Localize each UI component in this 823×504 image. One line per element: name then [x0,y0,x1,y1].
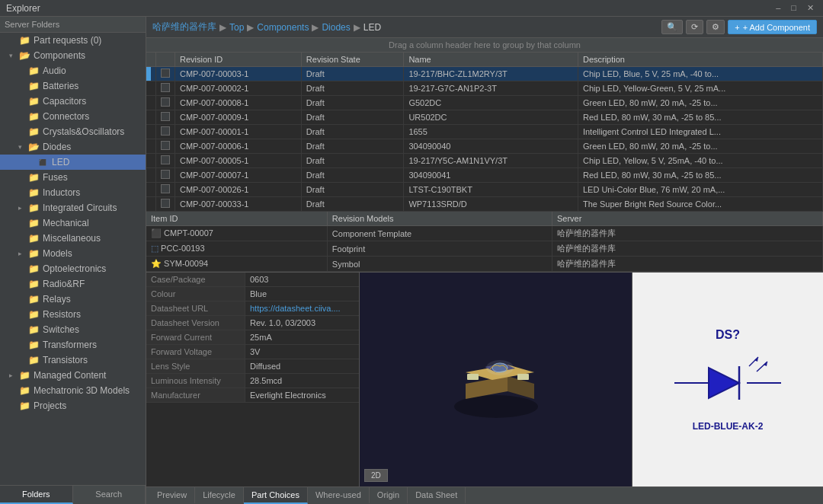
item-table-row[interactable]: ⬚ PCC-00193Footprint哈萨维的器件库 [146,241,823,257]
table-row[interactable]: CMP-007-00001-1Draft1655Intelligent Cont… [146,125,823,139]
property-value: Rev. 1.0, 03/2003 [245,316,359,330]
row-checkbox[interactable] [156,110,175,125]
sidebar-item-transistors[interactable]: 📁Transistors [0,352,146,368]
sidebar-item-batteries[interactable]: 📁Batteries [0,78,146,94]
checkbox[interactable] [161,141,170,150]
sidebar-item-transformers[interactable]: 📁Transformers [0,337,146,352]
item-table-row[interactable]: ⬛ CMPT-00007Component Template哈萨维的器件库 [146,226,823,241]
cell-state: Draft [301,139,404,154]
sidebar-item-managed-content[interactable]: ▸📁Managed Content [0,368,146,383]
row-checkbox[interactable] [156,183,175,197]
checkbox[interactable] [161,170,170,179]
breadcrumb-item-1[interactable]: Top [229,22,244,33]
table-row[interactable]: CMP-007-00006-1Draft304090040Green LED, … [146,139,823,154]
breadcrumb-item-0[interactable]: 哈萨维的器件库 [152,21,216,33]
sidebar-item-mechatronic-3d-models[interactable]: 📁Mechatronic 3D Models [0,383,146,398]
row-checkbox[interactable] [156,197,175,212]
sidebar-item-projects[interactable]: 📁Projects [0,398,146,413]
sidebar-item-capacitors[interactable]: 📁Capacitors [0,94,146,109]
add-component-button[interactable]: + + Add Component [728,20,817,34]
sidebar-tab-folders[interactable]: Folders [0,486,73,504]
sidebar-item-label: Components [34,50,85,61]
search-button[interactable]: 🔍 [661,20,683,34]
bottom-tab-part-choices[interactable]: Part Choices [244,487,308,504]
table-row[interactable]: CMP-007-00033-1DraftWP7113SRD/DThe Super… [146,197,823,212]
sidebar-item-inductors[interactable]: 📁Inductors [0,185,146,200]
checkbox[interactable] [161,184,170,193]
sidebar-item-resistors[interactable]: 📁Resistors [0,307,146,322]
breadcrumb-item-3[interactable]: Diodes [322,22,350,33]
sidebar-item-radio&rf[interactable]: 📁Radio&RF [0,276,146,292]
checkbox[interactable] [161,69,170,78]
bottom-tab-origin[interactable]: Origin [370,487,408,504]
item-table[interactable]: Item ID Revision Models Server ⬛ CMPT-00… [146,212,823,273]
checkbox[interactable] [161,126,170,136]
col-description[interactable]: Description [578,53,822,67]
col-revision-id[interactable]: Revision ID [175,53,302,67]
item-type-icon: ⭐ [151,259,164,268]
close-button[interactable]: ✕ [804,3,817,13]
item-col-models[interactable]: Revision Models [327,212,552,226]
maximize-button[interactable]: □ [788,3,799,13]
sidebar-item-components[interactable]: ▾📂Components [0,48,146,63]
checkbox[interactable] [161,199,170,208]
property-row: ManufacturerEverlight Electronics [146,388,359,403]
main-table[interactable]: Revision ID Revision State Name Descript… [146,53,823,212]
sidebar-item-audio[interactable]: 📁Audio [0,63,146,78]
table-row[interactable]: CMP-007-00026-1DraftLTST-C190TBKTLED Uni… [146,183,823,197]
bottom-tab-where-used[interactable]: Where-used [308,487,370,504]
sidebar-item-led[interactable]: ⬛LED [0,155,146,170]
folder-icon: 📁 [27,263,40,275]
checkbox[interactable] [161,97,170,107]
col-name[interactable]: Name [404,53,578,67]
row-checkbox[interactable] [156,139,175,154]
bottom-tab-lifecycle[interactable]: Lifecycle [195,487,244,504]
checkbox[interactable] [161,83,170,92]
cell-name: WP7113SRD/D [404,197,578,212]
col-revision-state[interactable]: Revision State [301,53,404,67]
2d-toggle-button[interactable]: 2D [364,469,388,482]
table-row[interactable]: CMP-007-00009-1DraftUR502DCRed LED, 80 m… [146,110,823,125]
folder-icon: 📁 [27,95,40,107]
sidebar-item-miscellaneous[interactable]: 📁Miscellaneous [0,231,146,246]
sidebar-item-fuses[interactable]: 📁Fuses [0,170,146,185]
cell-description: Red LED, 80 mW, 30 mA, -25 to 85... [578,168,822,183]
sidebar-item-connectors[interactable]: 📁Connectors [0,109,146,124]
breadcrumb-item-2[interactable]: Components [257,22,309,33]
settings-button[interactable]: ⚙ [706,20,725,34]
sidebar-item-optoelectronics[interactable]: 📁Optoelectronics [0,261,146,276]
refresh-button[interactable]: ⟳ [686,20,703,34]
row-checkbox[interactable] [156,125,175,139]
sidebar-item-mechanical[interactable]: 📁Mechanical [0,215,146,231]
checkbox[interactable] [161,155,170,164]
sidebar-item-integrated-circuits[interactable]: ▸📁Integrated Circuits [0,200,146,215]
table-row[interactable]: CMP-007-00008-1DraftG502DCGreen LED, 80 … [146,96,823,110]
row-checkbox[interactable] [156,96,175,110]
row-checkbox[interactable] [156,154,175,168]
row-checkbox[interactable] [156,67,175,81]
row-checkbox[interactable] [156,81,175,96]
table-row[interactable]: CMP-007-00005-1Draft19-217/Y5C-AM1N1VY/3… [146,154,823,168]
row-checkbox[interactable] [156,168,175,183]
sidebar-item-part-requests-(0)[interactable]: 📁Part requests (0) [0,33,146,48]
sidebar-item-relays[interactable]: 📁Relays [0,292,146,307]
expand-icon: ▸ [18,204,26,212]
sidebar-item-models[interactable]: ▸📁Models [0,246,146,261]
property-value[interactable]: https://datasheet.ciiva.... [245,301,359,315]
sidebar-item-crystals&oscillators[interactable]: 📁Crystals&Oscillators [0,124,146,139]
bottom-tab-data-sheet[interactable]: Data Sheet [408,487,466,504]
sidebar-tree[interactable]: 📁Part requests (0)▾📂Components📁Audio📁Bat… [0,33,146,485]
bottom-tab-preview[interactable]: Preview [149,487,195,504]
folder-open-icon: 📂 [18,49,30,62]
item-col-server[interactable]: Server [552,212,823,226]
item-table-row[interactable]: ⭐ SYM-00094Symbol哈萨维的器件库 [146,257,823,272]
sidebar-item-switches[interactable]: 📁Switches [0,322,146,337]
table-row[interactable]: CMP-007-00007-1Draft304090041Red LED, 80… [146,168,823,183]
table-row[interactable]: CMP-007-00003-1Draft19-217/BHC-ZL1M2RY/3… [146,67,823,81]
minimize-button[interactable]: – [773,3,783,13]
checkbox[interactable] [161,112,170,121]
sidebar-tab-search[interactable]: Search [73,486,146,504]
item-col-id[interactable]: Item ID [146,212,327,226]
sidebar-item-diodes[interactable]: ▾📂Diodes [0,139,146,155]
table-row[interactable]: CMP-007-00002-1Draft19-217-G7C-AN1P2-3TC… [146,81,823,96]
